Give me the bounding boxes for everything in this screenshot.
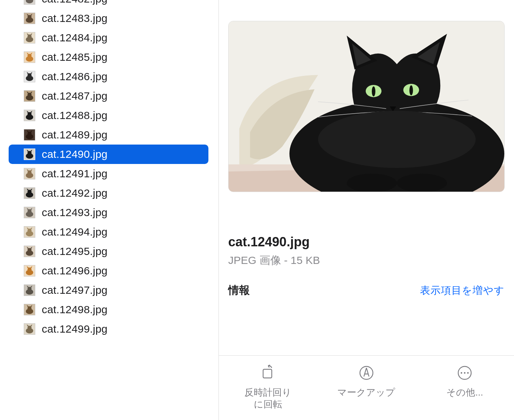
svg-point-8 [27,35,31,38]
svg-point-41 [27,248,31,252]
rotate-ccw-button[interactable]: 反時計回り に回転 [229,364,308,410]
svg-point-38 [27,229,31,233]
file-item[interactable]: cat.12486.jpg [9,67,208,86]
file-name-label: cat.12495.jpg [42,245,108,257]
more-label: その他... [446,387,483,398]
file-name-label: cat.12489.jpg [42,129,108,141]
svg-point-47 [27,287,31,291]
file-item[interactable]: cat.12484.jpg [9,28,208,47]
file-name-label: cat.12499.jpg [42,323,108,335]
info-label: 情報 [228,283,250,298]
svg-point-62 [347,174,397,192]
file-name-label: cat.12493.jpg [42,206,108,219]
svg-point-32 [27,190,31,194]
file-name-label: cat.12498.jpg [42,303,108,316]
file-name-label: cat.12484.jpg [42,32,108,44]
show-more-link[interactable]: 表示項目を増やす [420,284,505,297]
file-name-label: cat.12490.jpg [42,148,108,160]
rotate-ccw-label: 反時計回り に回転 [244,387,292,410]
file-thumbnail-icon [24,187,35,199]
file-thumbnail-icon [24,13,35,24]
markup-button[interactable]: マークアップ [327,364,406,398]
rotate-ccw-icon [260,364,277,382]
file-thumbnail-icon [24,304,35,315]
file-item[interactable]: cat.12496.jpg [9,261,208,280]
info-section-header: 情報 表示項目を増やす [228,283,505,298]
file-thumbnail-icon [24,323,35,335]
svg-point-53 [27,326,31,330]
file-thumbnail-icon [24,246,35,257]
file-metadata: cat.12490.jpg JPEG 画像 - 15 KB [228,234,505,268]
file-item[interactable]: cat.12490.jpg [9,145,208,164]
file-name-label: cat.12494.jpg [42,226,108,238]
preview-filename: cat.12490.jpg [228,234,505,250]
preview-image[interactable] [228,21,505,192]
svg-point-20 [27,112,31,116]
file-item[interactable]: cat.12493.jpg [9,203,208,222]
file-thumbnail-icon [24,90,35,102]
file-thumbnail-icon [24,149,35,160]
file-thumbnail-icon [24,226,35,238]
svg-rect-64 [263,369,272,378]
file-name-label: cat.12483.jpg [42,12,108,24]
file-thumbnail-icon [24,129,35,141]
svg-point-26 [27,151,31,155]
file-thumbnail-icon [24,284,35,296]
file-item[interactable]: cat.12482.jpg [9,0,208,9]
file-name-label: cat.12497.jpg [42,284,108,296]
file-item[interactable]: cat.12491.jpg [9,164,208,183]
file-name-label: cat.12488.jpg [42,109,108,122]
svg-point-29 [27,170,31,174]
svg-point-61 [318,111,476,168]
file-thumbnail-icon [24,71,35,82]
svg-point-59 [372,86,375,96]
markup-icon [358,364,375,382]
file-item[interactable]: cat.12497.jpg [9,280,208,300]
file-item[interactable]: cat.12495.jpg [9,242,208,261]
file-list: cat.12482.jpgcat.12483.jpgcat.12484.jpgc… [0,0,218,339]
file-thumbnail-icon [24,110,35,121]
file-name-label: cat.12482.jpg [42,0,108,5]
file-list-pane: cat.12482.jpgcat.12483.jpgcat.12484.jpgc… [0,0,219,420]
file-item[interactable]: cat.12492.jpg [9,183,208,203]
cat-image-icon [229,21,504,192]
file-name-label: cat.12485.jpg [42,51,108,63]
file-item[interactable]: cat.12498.jpg [9,300,208,319]
svg-point-5 [27,15,31,19]
file-item[interactable]: cat.12499.jpg [9,319,208,339]
markup-label: マークアップ [337,387,395,398]
quick-actions-toolbar: 反時計回り に回転 マークアップ [219,355,514,420]
file-name-label: cat.12491.jpg [42,168,108,180]
svg-point-17 [27,93,31,97]
file-thumbnail-icon [24,32,35,44]
file-name-label: cat.12486.jpg [42,70,108,83]
file-item[interactable]: cat.12494.jpg [9,222,208,242]
more-actions-button[interactable]: その他... [425,364,504,398]
svg-point-67 [461,372,462,374]
file-thumbnail-icon [24,265,35,277]
file-name-label: cat.12496.jpg [42,265,108,277]
file-item[interactable]: cat.12489.jpg [9,125,208,145]
svg-point-69 [467,372,469,374]
file-name-label: cat.12492.jpg [42,187,108,199]
file-thumbnail-icon [24,51,35,63]
svg-point-23 [27,132,31,136]
more-icon [456,364,473,382]
svg-point-50 [27,306,31,310]
preview-pane: cat.12490.jpg JPEG 画像 - 15 KB 情報 表示項目を増や… [219,0,514,420]
file-name-label: cat.12487.jpg [42,90,108,102]
svg-point-44 [27,268,31,271]
svg-point-68 [464,372,465,374]
file-item[interactable]: cat.12485.jpg [9,47,208,67]
svg-point-35 [27,209,31,213]
svg-point-11 [27,54,31,58]
file-thumbnail-icon [24,168,35,179]
file-item[interactable]: cat.12487.jpg [9,86,208,106]
svg-point-14 [27,73,31,77]
svg-point-63 [397,174,447,192]
svg-point-60 [409,85,413,95]
file-thumbnail-icon [24,207,35,218]
file-thumbnail-icon [24,0,35,5]
file-item[interactable]: cat.12483.jpg [9,9,208,28]
file-item[interactable]: cat.12488.jpg [9,106,208,125]
